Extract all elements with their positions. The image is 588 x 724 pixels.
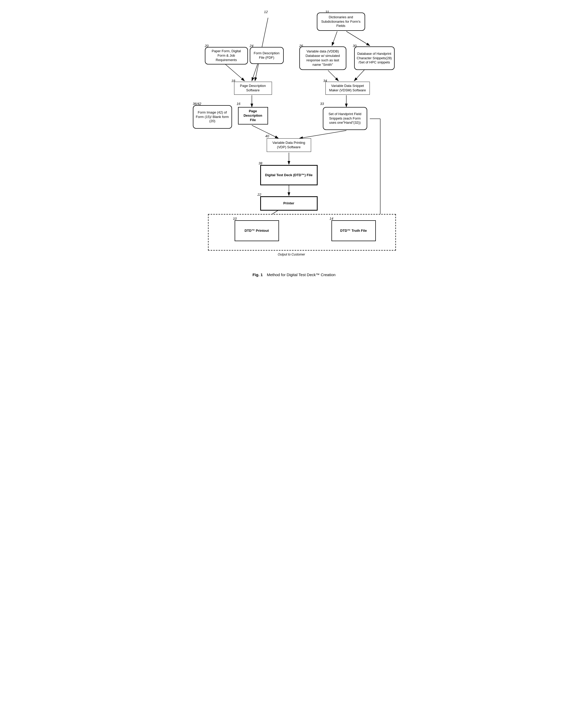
label-33: 33 — [320, 102, 324, 106]
diagram-area: 12 31 Dictionaries and Subdictionaries f… — [187, 5, 401, 266]
svg-line-2 — [225, 64, 245, 81]
node-paper-form: Paper Form, Digital Form & Job Requireme… — [205, 47, 248, 64]
fig-caption-desc: Method for Digital Test Deck™ Creation — [267, 273, 335, 277]
node-fdf: Form Description File (FDF) — [250, 47, 284, 64]
fig-caption-text — [264, 273, 266, 277]
node-page-desc-soft: Page Description Software — [234, 82, 272, 95]
node-printer: Printer — [260, 196, 318, 211]
label-38: 38 — [259, 161, 262, 165]
label-10: 10 — [233, 217, 237, 220]
label-12: 12 — [264, 10, 268, 14]
label-16: 16 — [237, 102, 240, 106]
node-vdp: Variable Data Printing (VDP) Software — [267, 138, 311, 152]
node-page-desc-file: Page Description File — [238, 107, 268, 125]
node-vdsm: Variable Data Snippet Maker (VDSM) Softw… — [326, 82, 370, 95]
node-dtd-truth-file: DTD™ Truth File — [332, 220, 376, 241]
svg-line-6 — [328, 70, 338, 81]
node-dtd-file: Digital Test Deck (DTD™) File — [260, 165, 318, 185]
diagram-container: 12 31 Dictionaries and Subdictionaries f… — [187, 5, 401, 277]
node-dtd-printout: DTD™ Printout — [235, 220, 279, 241]
svg-line-10 — [252, 125, 278, 138]
label-14: 14 — [330, 217, 333, 220]
label-22: 22 — [258, 193, 261, 196]
node-form-image: Form Image (42) of Form (15)/ Blank form… — [193, 105, 232, 129]
fig-label: Fig. 1 — [252, 273, 262, 277]
svg-line-5 — [346, 31, 370, 46]
svg-line-3 — [252, 64, 258, 81]
node-hpc-db: Database of Handprint Character Snippets… — [354, 46, 395, 70]
node-vddb: Variable data (VDDB) Database w/ simulat… — [299, 46, 346, 70]
fig-caption: Fig. 1 Method for Digital Test Deck™ Cre… — [187, 273, 401, 277]
svg-line-11 — [299, 130, 346, 138]
svg-line-4 — [332, 31, 337, 46]
output-label: Output to Customer — [252, 253, 331, 256]
node-handprint-snippets: Set of Handprint Field Snippets (each Fo… — [323, 107, 367, 130]
label-40: 40 — [266, 134, 269, 138]
node-dictionaries: Dictionaries and Subdictionaries for For… — [317, 13, 365, 31]
